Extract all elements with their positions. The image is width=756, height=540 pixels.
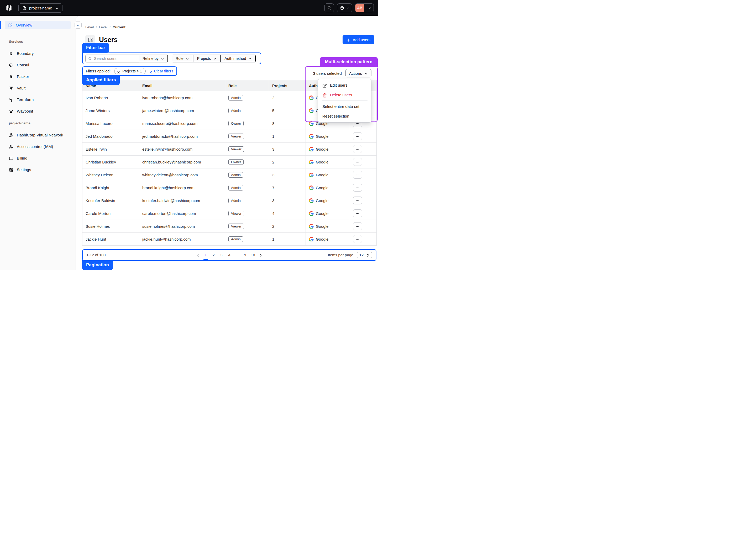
sidebar-item-vault[interactable]: Vault [0, 82, 76, 94]
settings-icon [9, 167, 13, 172]
help-menu-button[interactable] [337, 3, 352, 12]
chevron-down-icon [346, 6, 349, 10]
search-users-input[interactable] [94, 57, 136, 61]
row-overflow-menu-button[interactable] [353, 209, 362, 217]
actions-button[interactable]: Actions [346, 69, 372, 77]
pagination-page-3[interactable]: 3 [218, 252, 225, 258]
filter-bar: Refine by RoleProjectsAuth method [82, 53, 261, 64]
table-row: Jed Maldonadojed.maldonado@hashicorp.com… [82, 130, 377, 143]
row-overflow-menu-button[interactable] [353, 158, 362, 166]
sidebar-item-packer[interactable]: Packer [0, 70, 76, 82]
users-icon [9, 144, 13, 149]
menu-item-edit-users[interactable]: Edit users [318, 80, 371, 90]
user-email-cell: whitney.deleon@hashicorp.com [139, 169, 225, 181]
sidebar-item-boundary[interactable]: Boundary [0, 48, 76, 59]
filter-chip[interactable]: Projects > 1 [114, 68, 145, 74]
row-overflow-menu-button[interactable] [353, 184, 362, 192]
user-name-cell: Christian Buckley [82, 156, 139, 169]
pagination-page-4[interactable]: 4 [226, 252, 232, 258]
pagination-page-1[interactable]: 1 [203, 252, 209, 258]
pagination-previous-button[interactable] [195, 253, 201, 257]
sidebar-collapse-button[interactable]: « [75, 22, 81, 29]
pagination-next-button[interactable] [258, 253, 263, 257]
sidebar-item-overview[interactable]: Overview [5, 21, 71, 29]
clear-filters-link[interactable]: Clear filters [149, 69, 173, 73]
row-overflow-menu-button[interactable] [353, 197, 362, 204]
add-users-button[interactable]: Add users [343, 35, 374, 44]
sidebar-item-label: Billing [17, 156, 27, 160]
sidebar-item-hashicorp-virtual-network[interactable]: HashiCorp Virtual Network [0, 129, 76, 141]
user-name-cell: Estelle Irwin [82, 143, 139, 156]
sidebar: Overview ServicesBoundaryConsulPackerVau… [0, 16, 76, 270]
google-icon [309, 224, 314, 228]
global-search-button[interactable] [324, 3, 334, 12]
sidebar-item-terraform[interactable]: Terraform [0, 94, 76, 105]
user-projects-cell: 1 [269, 233, 306, 246]
ellipsis-icon [356, 224, 360, 228]
auth-method: Google [309, 147, 347, 151]
items-per-page: Items per page 12 [328, 252, 372, 258]
auth-method: Google [309, 237, 347, 241]
menu-item-select-entire-data-set[interactable]: Select entire data set [318, 101, 371, 111]
applied-filters-bar: Filters applied: Projects > 1 Clear filt… [82, 67, 177, 76]
user-auth-cell: Google [306, 207, 350, 220]
search-icon [327, 6, 331, 10]
row-overflow-menu-button[interactable] [353, 145, 362, 153]
row-overflow-menu-button[interactable] [353, 235, 362, 243]
account-menu-button[interactable]: AB [355, 3, 374, 12]
user-role-cell: Viewer [225, 220, 269, 233]
user-auth-cell: Google [306, 233, 350, 246]
breadcrumb-separator: / [109, 25, 110, 29]
sidebar-item-consul[interactable]: Consul [0, 59, 76, 70]
filter-dropdown-projects[interactable]: Projects [193, 55, 221, 62]
project-selector[interactable]: project-name [18, 3, 63, 13]
sidebar-item-billing[interactable]: Billing [0, 152, 76, 164]
breadcrumb-link[interactable]: Level [99, 25, 107, 29]
user-name-cell: Jackie Hunt [82, 233, 139, 246]
role-badge: Viewer [228, 223, 244, 229]
auth-method-label: Google [316, 160, 328, 164]
row-overflow-menu-button[interactable] [353, 171, 362, 179]
menu-item-delete-users[interactable]: Delete users [318, 90, 371, 100]
role-badge: Viewer [228, 211, 244, 216]
main-area: Overview ServicesBoundaryConsulPackerVau… [0, 16, 378, 270]
row-actions-cell [350, 233, 377, 246]
user-role-cell: Admin [225, 104, 269, 117]
pagination-page-9[interactable]: 9 [242, 252, 248, 258]
row-overflow-menu-button[interactable] [353, 132, 362, 140]
sidebar-item-access-control-iam[interactable]: Access control (IAM) [0, 141, 76, 152]
auth-method: Google [309, 185, 347, 190]
pagination-page-2[interactable]: 2 [210, 252, 217, 258]
user-email-cell: estelle.irwin@hashicorp.com [139, 143, 225, 156]
auth-method: Google [309, 211, 347, 216]
breadcrumb-link[interactable]: Level [85, 25, 94, 29]
ellipsis-icon [356, 147, 360, 151]
overview-grid-icon [8, 23, 13, 28]
auth-method: Google [309, 134, 347, 139]
filter-dropdown-auth-method[interactable]: Auth method [221, 55, 256, 62]
sidebar-item-label: HashiCorp Virtual Network [17, 133, 63, 137]
user-email-cell: jackie.hunt@hashicorp.com [139, 233, 225, 246]
filter-dropdown-role[interactable]: Role [172, 55, 193, 62]
ellipsis-icon [356, 199, 360, 202]
user-role-cell: Admin [225, 169, 269, 181]
menu-item-reset-selection[interactable]: Reset selection [318, 111, 371, 121]
table-row: Carole Mortoncarole.morton@hashicorp.com… [82, 207, 377, 220]
role-badge: Admin [228, 185, 243, 191]
row-actions-cell [350, 194, 377, 207]
packer-icon [9, 74, 13, 79]
pagination-page-10[interactable]: 10 [250, 252, 256, 258]
refine-by-button[interactable]: Refine by [139, 55, 168, 62]
sidebar-item-label: Settings [17, 167, 31, 172]
user-name-cell: Ivan Roberts [82, 91, 139, 104]
row-overflow-menu-button[interactable] [353, 222, 362, 230]
sidebar-item-settings[interactable]: Settings [0, 164, 76, 175]
auth-method-label: Google [316, 186, 328, 190]
network-icon [9, 133, 13, 137]
filter-chips: Projects > 1 [114, 68, 145, 74]
items-per-page-select[interactable]: 12 [357, 252, 372, 258]
role-badge: Admin [228, 198, 243, 203]
menu-item-label: Select entire data set [322, 104, 359, 109]
search-group: Refine by [85, 55, 168, 63]
sidebar-item-waypoint[interactable]: Waypoint [0, 105, 76, 117]
